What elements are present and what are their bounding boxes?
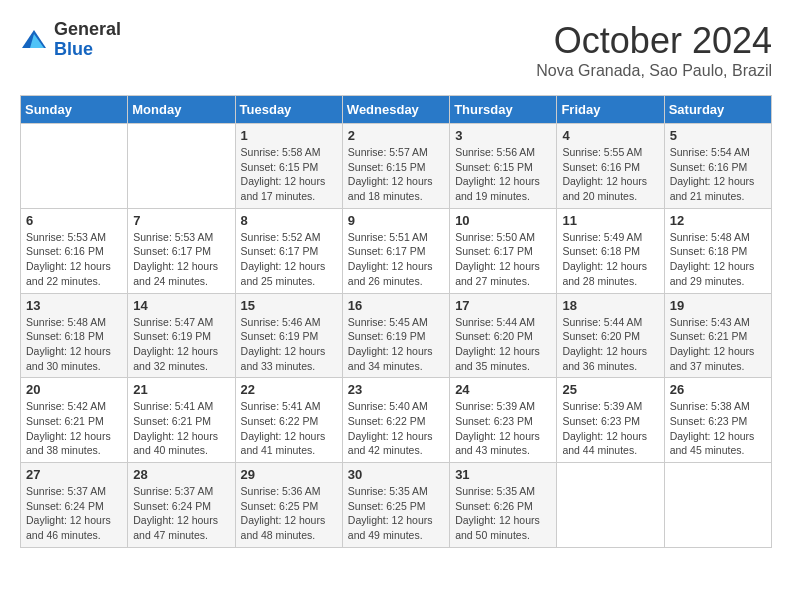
day-number: 17 bbox=[455, 298, 551, 313]
day-info: Sunrise: 5:55 AM Sunset: 6:16 PM Dayligh… bbox=[562, 145, 658, 204]
day-info: Sunrise: 5:42 AM Sunset: 6:21 PM Dayligh… bbox=[26, 399, 122, 458]
calendar-cell: 5Sunrise: 5:54 AM Sunset: 6:16 PM Daylig… bbox=[664, 124, 771, 209]
calendar-cell: 31Sunrise: 5:35 AM Sunset: 6:26 PM Dayli… bbox=[450, 463, 557, 548]
calendar-cell: 26Sunrise: 5:38 AM Sunset: 6:23 PM Dayli… bbox=[664, 378, 771, 463]
day-info: Sunrise: 5:37 AM Sunset: 6:24 PM Dayligh… bbox=[26, 484, 122, 543]
weekday-header-row: SundayMondayTuesdayWednesdayThursdayFrid… bbox=[21, 96, 772, 124]
day-number: 22 bbox=[241, 382, 337, 397]
day-number: 20 bbox=[26, 382, 122, 397]
day-info: Sunrise: 5:45 AM Sunset: 6:19 PM Dayligh… bbox=[348, 315, 444, 374]
calendar-week-row: 1Sunrise: 5:58 AM Sunset: 6:15 PM Daylig… bbox=[21, 124, 772, 209]
page-header: General Blue October 2024 Nova Granada, … bbox=[20, 20, 772, 80]
weekday-header-tuesday: Tuesday bbox=[235, 96, 342, 124]
day-number: 23 bbox=[348, 382, 444, 397]
day-number: 16 bbox=[348, 298, 444, 313]
calendar-cell: 25Sunrise: 5:39 AM Sunset: 6:23 PM Dayli… bbox=[557, 378, 664, 463]
day-number: 2 bbox=[348, 128, 444, 143]
calendar-body: 1Sunrise: 5:58 AM Sunset: 6:15 PM Daylig… bbox=[21, 124, 772, 548]
day-number: 1 bbox=[241, 128, 337, 143]
day-info: Sunrise: 5:50 AM Sunset: 6:17 PM Dayligh… bbox=[455, 230, 551, 289]
day-number: 21 bbox=[133, 382, 229, 397]
weekday-header-saturday: Saturday bbox=[664, 96, 771, 124]
calendar-cell: 6Sunrise: 5:53 AM Sunset: 6:16 PM Daylig… bbox=[21, 208, 128, 293]
day-number: 19 bbox=[670, 298, 766, 313]
day-info: Sunrise: 5:44 AM Sunset: 6:20 PM Dayligh… bbox=[455, 315, 551, 374]
calendar-cell: 3Sunrise: 5:56 AM Sunset: 6:15 PM Daylig… bbox=[450, 124, 557, 209]
day-number: 12 bbox=[670, 213, 766, 228]
calendar-header: SundayMondayTuesdayWednesdayThursdayFrid… bbox=[21, 96, 772, 124]
day-info: Sunrise: 5:35 AM Sunset: 6:26 PM Dayligh… bbox=[455, 484, 551, 543]
weekday-header-thursday: Thursday bbox=[450, 96, 557, 124]
calendar-cell: 11Sunrise: 5:49 AM Sunset: 6:18 PM Dayli… bbox=[557, 208, 664, 293]
location-subtitle: Nova Granada, Sao Paulo, Brazil bbox=[536, 62, 772, 80]
logo-blue-text: Blue bbox=[54, 39, 93, 59]
day-number: 4 bbox=[562, 128, 658, 143]
day-number: 6 bbox=[26, 213, 122, 228]
calendar-week-row: 13Sunrise: 5:48 AM Sunset: 6:18 PM Dayli… bbox=[21, 293, 772, 378]
title-block: October 2024 Nova Granada, Sao Paulo, Br… bbox=[536, 20, 772, 80]
day-info: Sunrise: 5:51 AM Sunset: 6:17 PM Dayligh… bbox=[348, 230, 444, 289]
day-info: Sunrise: 5:41 AM Sunset: 6:22 PM Dayligh… bbox=[241, 399, 337, 458]
calendar-cell bbox=[128, 124, 235, 209]
day-number: 7 bbox=[133, 213, 229, 228]
logo-general-text: General bbox=[54, 19, 121, 39]
calendar-cell: 21Sunrise: 5:41 AM Sunset: 6:21 PM Dayli… bbox=[128, 378, 235, 463]
calendar-cell: 14Sunrise: 5:47 AM Sunset: 6:19 PM Dayli… bbox=[128, 293, 235, 378]
day-number: 26 bbox=[670, 382, 766, 397]
weekday-header-monday: Monday bbox=[128, 96, 235, 124]
day-info: Sunrise: 5:56 AM Sunset: 6:15 PM Dayligh… bbox=[455, 145, 551, 204]
logo: General Blue bbox=[20, 20, 121, 60]
calendar-cell: 17Sunrise: 5:44 AM Sunset: 6:20 PM Dayli… bbox=[450, 293, 557, 378]
day-info: Sunrise: 5:39 AM Sunset: 6:23 PM Dayligh… bbox=[455, 399, 551, 458]
day-number: 24 bbox=[455, 382, 551, 397]
day-number: 8 bbox=[241, 213, 337, 228]
day-number: 9 bbox=[348, 213, 444, 228]
day-info: Sunrise: 5:36 AM Sunset: 6:25 PM Dayligh… bbox=[241, 484, 337, 543]
day-number: 14 bbox=[133, 298, 229, 313]
weekday-header-friday: Friday bbox=[557, 96, 664, 124]
day-number: 30 bbox=[348, 467, 444, 482]
day-number: 18 bbox=[562, 298, 658, 313]
day-number: 15 bbox=[241, 298, 337, 313]
logo-icon bbox=[20, 26, 48, 54]
day-number: 10 bbox=[455, 213, 551, 228]
day-number: 3 bbox=[455, 128, 551, 143]
day-info: Sunrise: 5:52 AM Sunset: 6:17 PM Dayligh… bbox=[241, 230, 337, 289]
day-number: 28 bbox=[133, 467, 229, 482]
calendar-cell bbox=[21, 124, 128, 209]
calendar-cell: 9Sunrise: 5:51 AM Sunset: 6:17 PM Daylig… bbox=[342, 208, 449, 293]
calendar-cell: 19Sunrise: 5:43 AM Sunset: 6:21 PM Dayli… bbox=[664, 293, 771, 378]
calendar-cell: 7Sunrise: 5:53 AM Sunset: 6:17 PM Daylig… bbox=[128, 208, 235, 293]
day-info: Sunrise: 5:49 AM Sunset: 6:18 PM Dayligh… bbox=[562, 230, 658, 289]
calendar-table: SundayMondayTuesdayWednesdayThursdayFrid… bbox=[20, 95, 772, 548]
calendar-cell: 30Sunrise: 5:35 AM Sunset: 6:25 PM Dayli… bbox=[342, 463, 449, 548]
day-info: Sunrise: 5:41 AM Sunset: 6:21 PM Dayligh… bbox=[133, 399, 229, 458]
calendar-cell: 12Sunrise: 5:48 AM Sunset: 6:18 PM Dayli… bbox=[664, 208, 771, 293]
calendar-cell: 24Sunrise: 5:39 AM Sunset: 6:23 PM Dayli… bbox=[450, 378, 557, 463]
calendar-cell: 18Sunrise: 5:44 AM Sunset: 6:20 PM Dayli… bbox=[557, 293, 664, 378]
day-info: Sunrise: 5:40 AM Sunset: 6:22 PM Dayligh… bbox=[348, 399, 444, 458]
day-info: Sunrise: 5:46 AM Sunset: 6:19 PM Dayligh… bbox=[241, 315, 337, 374]
calendar-cell bbox=[557, 463, 664, 548]
weekday-header-wednesday: Wednesday bbox=[342, 96, 449, 124]
calendar-cell: 28Sunrise: 5:37 AM Sunset: 6:24 PM Dayli… bbox=[128, 463, 235, 548]
day-info: Sunrise: 5:43 AM Sunset: 6:21 PM Dayligh… bbox=[670, 315, 766, 374]
day-number: 13 bbox=[26, 298, 122, 313]
day-info: Sunrise: 5:44 AM Sunset: 6:20 PM Dayligh… bbox=[562, 315, 658, 374]
calendar-cell bbox=[664, 463, 771, 548]
calendar-week-row: 6Sunrise: 5:53 AM Sunset: 6:16 PM Daylig… bbox=[21, 208, 772, 293]
calendar-week-row: 20Sunrise: 5:42 AM Sunset: 6:21 PM Dayli… bbox=[21, 378, 772, 463]
calendar-cell: 2Sunrise: 5:57 AM Sunset: 6:15 PM Daylig… bbox=[342, 124, 449, 209]
day-info: Sunrise: 5:35 AM Sunset: 6:25 PM Dayligh… bbox=[348, 484, 444, 543]
calendar-cell: 1Sunrise: 5:58 AM Sunset: 6:15 PM Daylig… bbox=[235, 124, 342, 209]
day-number: 11 bbox=[562, 213, 658, 228]
day-info: Sunrise: 5:48 AM Sunset: 6:18 PM Dayligh… bbox=[670, 230, 766, 289]
calendar-cell: 10Sunrise: 5:50 AM Sunset: 6:17 PM Dayli… bbox=[450, 208, 557, 293]
day-info: Sunrise: 5:38 AM Sunset: 6:23 PM Dayligh… bbox=[670, 399, 766, 458]
calendar-cell: 20Sunrise: 5:42 AM Sunset: 6:21 PM Dayli… bbox=[21, 378, 128, 463]
day-number: 25 bbox=[562, 382, 658, 397]
weekday-header-sunday: Sunday bbox=[21, 96, 128, 124]
calendar-cell: 23Sunrise: 5:40 AM Sunset: 6:22 PM Dayli… bbox=[342, 378, 449, 463]
day-info: Sunrise: 5:39 AM Sunset: 6:23 PM Dayligh… bbox=[562, 399, 658, 458]
calendar-week-row: 27Sunrise: 5:37 AM Sunset: 6:24 PM Dayli… bbox=[21, 463, 772, 548]
